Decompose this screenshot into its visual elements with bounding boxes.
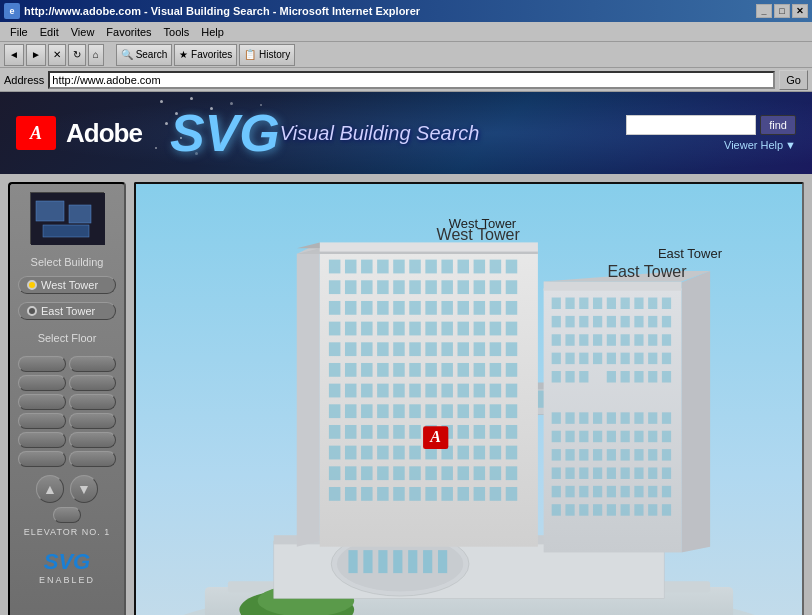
svg-rect-35 xyxy=(361,260,372,274)
menu-favorites[interactable]: Favorites xyxy=(100,24,157,40)
svg-rect-205 xyxy=(607,334,616,345)
refresh-button[interactable]: ↻ xyxy=(68,44,86,66)
browser-icon: e xyxy=(4,3,20,19)
svg-rect-48 xyxy=(377,280,388,294)
menu-tools[interactable]: Tools xyxy=(158,24,196,40)
floor-button-9[interactable] xyxy=(18,432,66,448)
svg-rect-103 xyxy=(490,363,501,377)
back-button[interactable]: ◄ xyxy=(4,44,24,66)
svg-rect-133 xyxy=(393,425,404,439)
floor-button-7[interactable] xyxy=(18,413,66,429)
svg-rect-62 xyxy=(409,301,420,315)
svg-rect-56 xyxy=(506,280,517,294)
elevator-down-button[interactable]: ▼ xyxy=(70,475,98,503)
select-building-label: Select Building xyxy=(31,256,104,268)
main-viewport[interactable]: A xyxy=(134,182,804,615)
stop-button[interactable]: ✕ xyxy=(48,44,66,66)
floor-button-4[interactable] xyxy=(69,375,117,391)
address-input[interactable] xyxy=(48,71,775,89)
elevator-up-button[interactable]: ▲ xyxy=(36,475,64,503)
forward-button[interactable]: ► xyxy=(26,44,46,66)
address-label: Address xyxy=(4,74,44,86)
svg-rect-115 xyxy=(490,384,501,398)
svg-rect-139 xyxy=(490,425,501,439)
go-button[interactable]: Go xyxy=(779,70,808,90)
maximize-button[interactable]: □ xyxy=(774,4,790,18)
svg-rect-124 xyxy=(441,404,452,418)
svg-rect-215 xyxy=(621,353,630,364)
menu-file[interactable]: File xyxy=(4,24,34,40)
svg-rect-64 xyxy=(441,301,452,315)
svg-rect-240 xyxy=(607,431,616,442)
svg-rect-34 xyxy=(345,260,356,274)
svg-rect-98 xyxy=(409,363,420,377)
svg-rect-241 xyxy=(621,431,630,442)
svg-rect-211 xyxy=(565,353,574,364)
history-toolbar-button[interactable]: 📋 History xyxy=(239,44,295,66)
svg-rect-99 xyxy=(425,363,436,377)
svg-rect-36 xyxy=(377,260,388,274)
menu-help[interactable]: Help xyxy=(195,24,230,40)
floor-button-1[interactable] xyxy=(18,356,66,372)
favorites-toolbar-button[interactable]: ★ Favorites xyxy=(174,44,237,66)
viewer-help-link[interactable]: Viewer Help ▼ xyxy=(724,139,796,151)
svg-rect-113 xyxy=(458,384,469,398)
svg-enabled-text: ENABLED xyxy=(39,575,95,585)
svg-rect-200 xyxy=(662,316,671,327)
east-tower-radio[interactable]: East Tower xyxy=(18,302,116,320)
svg-rect-203 xyxy=(579,334,588,345)
menu-edit[interactable]: Edit xyxy=(34,24,65,40)
minimize-button[interactable]: _ xyxy=(756,4,772,18)
svg-rect-19 xyxy=(423,550,432,573)
svg-rect-85 xyxy=(393,342,404,356)
svg-rect-123 xyxy=(425,404,436,418)
svg-rect-71 xyxy=(361,322,372,336)
svg-rect-208 xyxy=(648,334,657,345)
close-button[interactable]: ✕ xyxy=(792,4,808,18)
chevron-down-icon: ▼ xyxy=(785,139,796,151)
svg-rect-206 xyxy=(621,334,630,345)
svg-rect-94 xyxy=(345,363,356,377)
svg-rect-145 xyxy=(393,446,404,460)
svg-rect-245 xyxy=(552,449,561,460)
svg-rect-230 xyxy=(593,412,602,423)
svg-rect-169 xyxy=(393,487,404,501)
find-button[interactable]: find xyxy=(760,115,796,135)
svg-rect-107 xyxy=(361,384,372,398)
header-search-input[interactable] xyxy=(626,115,756,135)
svg-rect-81 xyxy=(329,342,340,356)
floor-button-8[interactable] xyxy=(69,413,117,429)
home-button[interactable]: ⌂ xyxy=(88,44,104,66)
svg-rect-183 xyxy=(552,298,561,309)
window-controls: _ □ ✕ xyxy=(756,4,808,18)
svg-rect-110 xyxy=(409,384,420,398)
addressbar: Address Go xyxy=(0,68,812,92)
svg-rect-74 xyxy=(409,322,420,336)
svg-rect-53 xyxy=(458,280,469,294)
svg-rect-237 xyxy=(565,431,574,442)
floor-button-6[interactable] xyxy=(69,394,117,410)
svg-rect-221 xyxy=(579,371,588,382)
svg-rect-154 xyxy=(345,466,356,480)
floor-button-5[interactable] xyxy=(18,394,66,410)
floor-button-10[interactable] xyxy=(69,432,117,448)
floor-button-11[interactable] xyxy=(18,451,66,467)
west-tower-label: West Tower xyxy=(437,225,521,243)
west-tower-label: West Tower xyxy=(41,279,98,291)
svg-rect-63 xyxy=(425,301,436,315)
elevator-extra-button[interactable] xyxy=(53,507,81,523)
svg-rect-261 xyxy=(648,467,657,478)
svg-rect-271 xyxy=(662,486,671,497)
floor-button-3[interactable] xyxy=(18,375,66,391)
window-title: http://www.adobe.com - Visual Building S… xyxy=(24,5,420,17)
west-tower-radio[interactable]: West Tower xyxy=(18,276,116,294)
floor-button-12[interactable] xyxy=(69,451,117,467)
search-toolbar-button[interactable]: 🔍 Search xyxy=(116,44,172,66)
floor-button-2[interactable] xyxy=(69,356,117,372)
menu-view[interactable]: View xyxy=(65,24,101,40)
svg-rect-72 xyxy=(377,322,388,336)
svg-rect-116 xyxy=(506,384,517,398)
svg-rect-87 xyxy=(425,342,436,356)
svg-rect-44 xyxy=(506,260,517,274)
svg-rect-151 xyxy=(490,446,501,460)
